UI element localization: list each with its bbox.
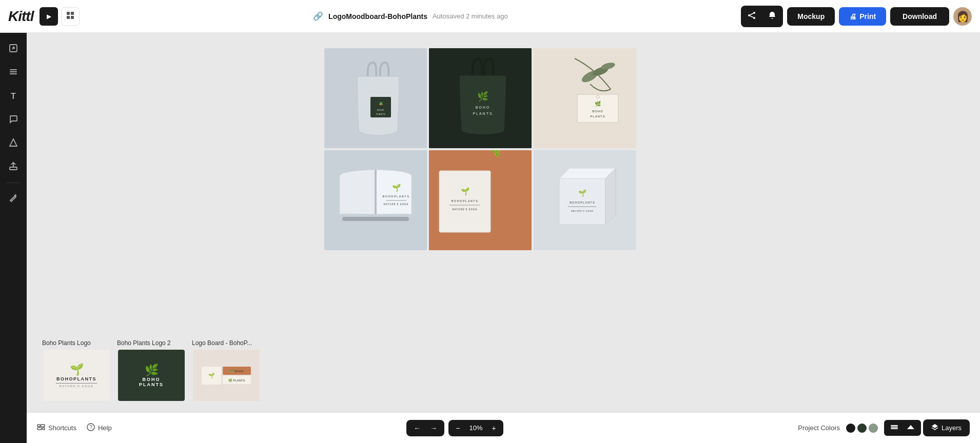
layers-icon-btn-2[interactable] <box>904 422 918 434</box>
sidebar-item-upload[interactable] <box>3 157 24 177</box>
svg-text:BOHOPLANTS: BOHOPLANTS <box>570 201 595 204</box>
svg-text:🪴: 🪴 <box>379 101 383 106</box>
svg-text:NATURE'S EDGE: NATURE'S EDGE <box>571 210 594 212</box>
svg-rect-55 <box>37 428 42 430</box>
sidebar-item-text[interactable]: T <box>3 86 24 107</box>
mockup-cell-box[interactable]: 🌱 BOHOPLANTS NATURE'S EDGE <box>534 150 636 250</box>
notebook-svg: 🌵 🌱 BOHOPLANTS NATURE'S EDGE <box>429 150 532 250</box>
svg-text:NATURE'S EDGE: NATURE'S EDGE <box>452 208 477 211</box>
shapes-icon <box>9 138 18 149</box>
user-avatar[interactable]: 👩 <box>953 7 972 26</box>
mockup-cell-notebook[interactable]: 🌵 🌱 BOHOPLANTS NATURE'S EDGE <box>429 150 532 250</box>
bottom-bar: Shortcuts ? Help ← → − <box>27 412 980 443</box>
nav-forward-button[interactable]: → <box>426 422 441 434</box>
thumbnail-item-3[interactable]: Logo Board - BohoP... 🌱 🪴 BOHO 🌿 PLANTS <box>192 339 261 402</box>
layers-btn-icon <box>931 424 938 432</box>
svg-text:🌱: 🌱 <box>461 187 470 196</box>
svg-rect-2 <box>67 16 70 19</box>
zoom-minus-button[interactable]: − <box>452 422 464 434</box>
print-button[interactable]: 🖨 Print <box>839 7 886 26</box>
link-icon: 🔗 <box>313 11 323 21</box>
nav-back-icon: ← <box>414 424 421 432</box>
svg-rect-14 <box>10 167 17 170</box>
help-label: Help <box>98 424 112 432</box>
app-logo: Kittl <box>8 8 33 25</box>
svg-text:BOHO: BOHO <box>377 109 384 111</box>
mockup-cell-tag[interactable]: 🌿 BOHO PLANTS <box>534 48 636 148</box>
thumbnail-image-2[interactable]: 🌿 BOHO PLANTS <box>117 349 186 402</box>
layers-panel-icon <box>9 67 18 78</box>
magic-icon <box>9 193 18 204</box>
play-button[interactable]: ▶ <box>40 7 58 26</box>
svg-text:🌿: 🌿 <box>595 100 601 107</box>
help-icon: ? <box>87 423 95 433</box>
svg-rect-0 <box>67 12 70 15</box>
sidebar-item-external-link[interactable] <box>3 39 24 59</box>
mockup-cell-book[interactable]: 🌱 BOHOPLANTS NATURE'S EDGE <box>324 150 427 250</box>
sidebar-item-magic[interactable] <box>3 188 24 209</box>
svg-rect-56 <box>43 428 45 430</box>
svg-line-8 <box>750 16 753 17</box>
svg-rect-10 <box>10 69 17 70</box>
swatch-3[interactable] <box>869 424 878 433</box>
swatch-2[interactable] <box>857 424 867 433</box>
svg-text:🌱: 🌱 <box>578 189 587 197</box>
layers-controls: Layers <box>884 419 970 436</box>
tote-light-svg: 🪴 BOHO PLANTS <box>324 48 427 148</box>
zoom-plus-icon: + <box>492 424 496 432</box>
topbar-right: Mockup 🖨 Print Download 👩 <box>741 6 972 27</box>
box-svg: 🌱 BOHOPLANTS NATURE'S EDGE <box>534 150 636 250</box>
share-button[interactable] <box>742 7 761 26</box>
svg-text:PLANTS: PLANTS <box>590 115 605 118</box>
mockup-cell-tote-light[interactable]: 🪴 BOHO PLANTS <box>324 48 427 148</box>
layers-icon-btn-1[interactable] <box>887 422 901 434</box>
sidebar-item-layers-panel[interactable] <box>3 63 24 83</box>
svg-point-6 <box>753 17 755 19</box>
svg-point-4 <box>753 12 755 14</box>
layers-button[interactable]: Layers <box>923 419 970 436</box>
svg-rect-61 <box>891 428 898 429</box>
thumbnail-label-2: Boho Plants Logo 2 <box>117 339 186 347</box>
svg-text:?: ? <box>89 425 92 430</box>
share-icon <box>748 11 756 21</box>
download-button[interactable]: Download <box>890 7 949 26</box>
bell-icon <box>768 11 776 21</box>
zoom-plus-button[interactable]: + <box>488 422 500 434</box>
sidebar-divider <box>6 183 21 183</box>
color-swatches <box>846 424 878 433</box>
svg-rect-60 <box>891 427 898 428</box>
thumbnail-item-1[interactable]: Boho Plants Logo 🌱 BOHOPLANTS NATURE'S E… <box>42 339 111 402</box>
file-name: LogoMoodboard-BohoPlants <box>328 12 427 21</box>
bottom-right: Project Colors <box>798 419 970 436</box>
svg-text:BOHOPLANTS: BOHOPLANTS <box>452 199 479 203</box>
thumbnail-image-3[interactable]: 🌱 🪴 BOHO 🌿 PLANTS <box>192 349 261 402</box>
shortcuts-button[interactable]: Shortcuts <box>37 423 76 433</box>
print-icon: 🖨 <box>849 12 856 21</box>
project-colors-label: Project Colors <box>798 424 840 432</box>
bottom-center: ← → − 10% + <box>406 420 503 436</box>
external-link-icon <box>9 44 18 55</box>
thumbnail-item-2[interactable]: Boho Plants Logo 2 🌿 BOHO PLANTS <box>117 339 186 402</box>
grid-icon <box>66 11 74 21</box>
help-button[interactable]: ? Help <box>87 423 112 433</box>
zoom-minus-icon: − <box>456 424 460 432</box>
swatch-1[interactable] <box>846 424 855 433</box>
topbar-left: Kittl ▶ <box>8 7 80 26</box>
svg-text:PLANTS: PLANTS <box>376 113 386 115</box>
nav-back-button[interactable]: ← <box>409 422 425 434</box>
mockup-button[interactable]: Mockup <box>787 7 835 26</box>
layers-btn-label: Layers <box>942 424 962 432</box>
canvas-area: 🪴 BOHO PLANTS <box>27 33 980 443</box>
nav-forward-icon: → <box>430 424 437 432</box>
tag-svg: 🌿 BOHO PLANTS <box>534 48 636 148</box>
mockup-cell-tote-dark[interactable]: 🌿 BOHO PLANTS <box>429 48 532 148</box>
thumbnail-image-1[interactable]: 🌱 BOHOPLANTS NATURE'S EDGE <box>42 349 111 402</box>
grid-view-button[interactable] <box>61 7 80 26</box>
nav-controls: ← → <box>406 420 444 436</box>
sidebar-item-chat[interactable] <box>3 110 24 130</box>
sidebar-item-shapes[interactable] <box>3 133 24 154</box>
bell-button[interactable] <box>763 7 781 26</box>
chat-icon <box>9 114 18 126</box>
svg-text:🌱: 🌱 <box>392 184 401 192</box>
svg-rect-11 <box>10 71 17 72</box>
